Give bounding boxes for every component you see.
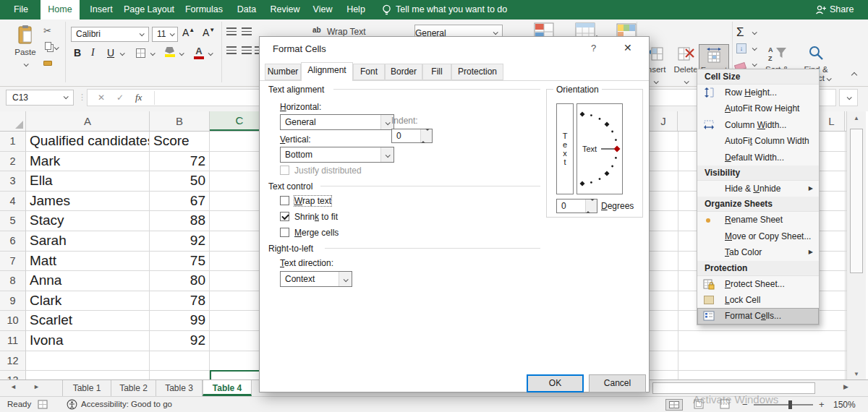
row-header[interactable]: 7 (0, 252, 26, 272)
italic-button[interactable]: I (91, 47, 95, 59)
dialog-tab-border[interactable]: Border (385, 64, 422, 80)
cell-b3[interactable]: 50 (150, 171, 210, 192)
spinner-arrows-icon[interactable] (585, 199, 597, 213)
select-all-corner[interactable] (0, 111, 26, 131)
ok-button[interactable]: OK (527, 374, 584, 392)
dialog-tab-alignment[interactable]: Alignment (301, 62, 353, 81)
sheet-tab-table3[interactable]: Table 3 (156, 380, 203, 396)
insert-function-icon[interactable]: fx (135, 92, 142, 103)
tell-me-box[interactable]: Tell me what you want to do (396, 0, 507, 20)
tab-help[interactable]: Help (340, 0, 372, 20)
cell-a13[interactable] (26, 371, 150, 379)
indent-spinner[interactable]: 0 (391, 129, 433, 143)
expand-formula-bar-icon[interactable] (839, 89, 858, 106)
menu-item-lock-cell[interactable]: Lock Cell (697, 292, 819, 308)
cell-b4[interactable]: 67 (150, 192, 210, 212)
vertical-scrollbar[interactable]: ▲ ▼ (846, 111, 866, 382)
fill-color-button[interactable] (165, 47, 175, 57)
align-middle-icon[interactable] (242, 27, 252, 35)
zoom-level[interactable]: 150% (833, 400, 856, 410)
vertical-select[interactable]: Bottom (280, 147, 394, 163)
format-painter-button[interactable] (43, 56, 52, 69)
cell-b7[interactable]: 75 (150, 252, 210, 272)
dialog-help-icon[interactable]: ? (591, 43, 596, 53)
wrap-text-button[interactable]: Wrap Text (327, 27, 366, 37)
cell-a4[interactable]: James (26, 192, 150, 212)
column-header-j[interactable]: J (650, 111, 678, 131)
bold-button[interactable]: B (74, 47, 81, 59)
borders-button[interactable] (136, 48, 145, 58)
name-box-dropdown-icon[interactable] (64, 94, 69, 99)
name-box[interactable]: C13 (6, 90, 74, 106)
delete-cells-button[interactable]: Delete (671, 44, 700, 86)
tab-home[interactable]: Home (41, 0, 80, 20)
row-header[interactable]: 10 (0, 311, 26, 331)
row-header[interactable]: 12 (0, 351, 26, 372)
accessibility-icon[interactable] (67, 399, 77, 411)
formula-enter-icon[interactable]: ✓ (116, 93, 124, 103)
sheet-nav-right-icon[interactable]: ► (33, 383, 40, 390)
spinner-arrows-icon[interactable] (420, 129, 432, 142)
cancel-button[interactable]: Cancel (589, 374, 646, 392)
formula-cancel-icon[interactable]: ✕ (98, 93, 105, 103)
share-button[interactable]: Share (830, 0, 854, 20)
underline-dropdown-icon[interactable] (120, 51, 125, 56)
sheet-nav-left-icon[interactable]: ◄ (10, 383, 17, 390)
degrees-spinner[interactable]: 0 (556, 199, 597, 213)
font-name-combo[interactable]: Calibri (71, 27, 149, 42)
column-header-b[interactable]: B (150, 111, 210, 131)
tab-file[interactable]: File (6, 0, 36, 20)
cell-b9[interactable]: 78 (150, 291, 210, 312)
align-top-icon[interactable] (226, 27, 237, 35)
scroll-right-icon[interactable]: ▶ (843, 383, 848, 390)
menu-item-column-width[interactable]: Column Width... (697, 117, 819, 133)
row-header[interactable]: 5 (0, 211, 26, 231)
cell-a10[interactable]: Scarlet (26, 311, 150, 331)
horizontal-scrollbar-thumb[interactable] (652, 382, 815, 394)
row-header[interactable]: 13 (0, 371, 26, 379)
checkbox-checked-icon[interactable] (280, 212, 289, 221)
dialog-tab-fill[interactable]: Fill (422, 64, 451, 80)
cell-a7[interactable]: Matt (26, 252, 150, 272)
menu-item-row-height[interactable]: Row Height... (697, 85, 819, 100)
dialog-tab-number[interactable]: Number (265, 64, 301, 80)
column-header-a[interactable]: A (26, 111, 150, 131)
increase-font-button[interactable]: A▲ (182, 27, 195, 38)
tab-data[interactable]: Data (230, 0, 263, 20)
tab-formulas[interactable]: Formulas (179, 0, 229, 20)
text-direction-select[interactable]: Context (280, 271, 352, 287)
chevron-down-icon[interactable] (339, 272, 352, 286)
menu-item-format-cells[interactable]: Format Cells... (697, 308, 819, 324)
vertical-text-option[interactable]: Text (556, 103, 574, 194)
checkbox-icon[interactable] (280, 228, 289, 237)
scroll-up-icon[interactable]: ▲ (847, 111, 866, 126)
menu-item-autofit-column-width[interactable]: AutoFit Column Width (697, 133, 819, 149)
row-header[interactable]: 2 (0, 152, 26, 172)
sheet-tab-table1[interactable]: Table 1 (62, 380, 111, 396)
cell-b11[interactable]: 92 (150, 331, 210, 351)
view-page-break-icon[interactable] (719, 399, 731, 412)
cell-a11[interactable]: Ivona (26, 331, 150, 351)
cell-b5[interactable]: 88 (150, 211, 210, 231)
cell-a8[interactable]: Anna (26, 271, 150, 291)
autosum-button[interactable]: Σ (736, 25, 744, 40)
font-size-combo[interactable]: 11 (152, 27, 178, 42)
zoom-slider-thumb[interactable] (788, 400, 792, 409)
tab-insert[interactable]: Insert (82, 0, 120, 20)
menu-item-protect-sheet[interactable]: Protect Sheet... (697, 276, 819, 292)
row-header[interactable]: 3 (0, 171, 26, 192)
row-header[interactable]: 4 (0, 192, 26, 212)
cell-a5[interactable]: Stacy (26, 211, 150, 231)
dialog-close-icon[interactable]: ✕ (624, 42, 632, 53)
macro-record-icon[interactable] (38, 400, 48, 411)
copy-button[interactable] (45, 40, 58, 53)
row-header[interactable]: 11 (0, 331, 26, 351)
dialog-tab-protection[interactable]: Protection (451, 64, 503, 80)
cell-b13[interactable] (150, 371, 210, 379)
borders-dropdown-icon[interactable] (150, 51, 156, 56)
wrap-text-checkbox[interactable]: Wrap text (280, 196, 331, 206)
view-normal-icon[interactable] (665, 399, 683, 411)
fill-down-button[interactable]: ↓ (736, 43, 746, 53)
cell-a1[interactable]: Qualified candidates (26, 132, 150, 152)
decrease-font-button[interactable]: A▼ (203, 27, 215, 38)
